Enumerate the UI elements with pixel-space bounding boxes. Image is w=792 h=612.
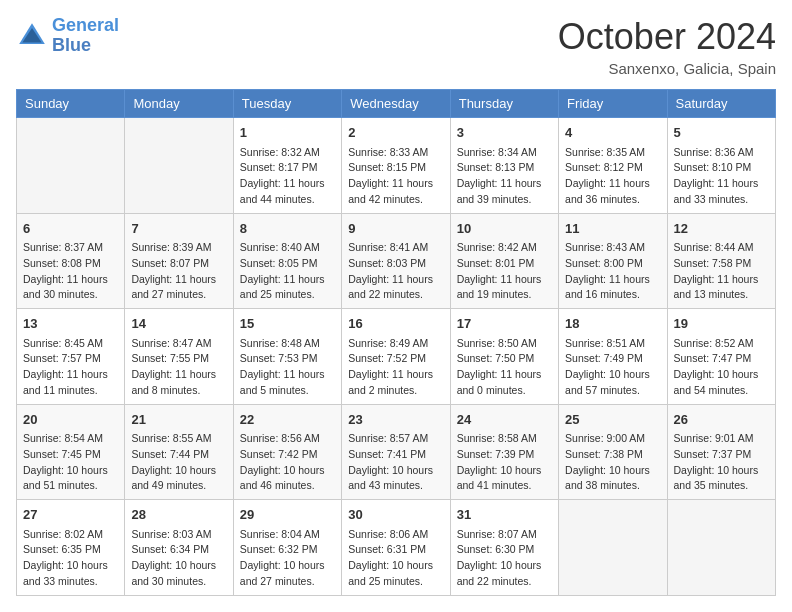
day-info: Sunrise: 8:43 AM	[565, 240, 660, 256]
day-number: 21	[131, 410, 226, 430]
day-info: Sunrise: 8:44 AM	[674, 240, 769, 256]
day-cell-17: 17Sunrise: 8:50 AMSunset: 7:50 PMDayligh…	[450, 309, 558, 405]
day-info: Sunset: 7:57 PM	[23, 351, 118, 367]
day-info: Daylight: 11 hours and 33 minutes.	[674, 176, 769, 208]
day-info: Sunrise: 8:48 AM	[240, 336, 335, 352]
day-info: Sunset: 6:34 PM	[131, 542, 226, 558]
day-cell-9: 9Sunrise: 8:41 AMSunset: 8:03 PMDaylight…	[342, 213, 450, 309]
day-number: 27	[23, 505, 118, 525]
day-number: 1	[240, 123, 335, 143]
day-info: Sunset: 7:47 PM	[674, 351, 769, 367]
day-info: Sunset: 6:35 PM	[23, 542, 118, 558]
day-cell-2: 2Sunrise: 8:33 AMSunset: 8:15 PMDaylight…	[342, 118, 450, 214]
day-info: Sunset: 8:03 PM	[348, 256, 443, 272]
day-info: Sunrise: 8:37 AM	[23, 240, 118, 256]
day-header-saturday: Saturday	[667, 90, 775, 118]
logo-icon	[16, 20, 48, 52]
day-info: Daylight: 10 hours and 30 minutes.	[131, 558, 226, 590]
day-cell-4: 4Sunrise: 8:35 AMSunset: 8:12 PMDaylight…	[559, 118, 667, 214]
header-row: SundayMondayTuesdayWednesdayThursdayFrid…	[17, 90, 776, 118]
day-info: Sunset: 8:17 PM	[240, 160, 335, 176]
day-info: Sunrise: 8:51 AM	[565, 336, 660, 352]
day-info: Sunrise: 8:40 AM	[240, 240, 335, 256]
day-info: Sunset: 7:37 PM	[674, 447, 769, 463]
day-info: Sunset: 8:08 PM	[23, 256, 118, 272]
day-cell-15: 15Sunrise: 8:48 AMSunset: 7:53 PMDayligh…	[233, 309, 341, 405]
day-info: Daylight: 10 hours and 22 minutes.	[457, 558, 552, 590]
day-cell-13: 13Sunrise: 8:45 AMSunset: 7:57 PMDayligh…	[17, 309, 125, 405]
week-row-1: 1Sunrise: 8:32 AMSunset: 8:17 PMDaylight…	[17, 118, 776, 214]
day-number: 22	[240, 410, 335, 430]
day-info: Sunrise: 8:03 AM	[131, 527, 226, 543]
day-number: 14	[131, 314, 226, 334]
day-info: Sunset: 8:07 PM	[131, 256, 226, 272]
day-cell-30: 30Sunrise: 8:06 AMSunset: 6:31 PMDayligh…	[342, 500, 450, 596]
day-info: Daylight: 11 hours and 36 minutes.	[565, 176, 660, 208]
week-row-4: 20Sunrise: 8:54 AMSunset: 7:45 PMDayligh…	[17, 404, 776, 500]
day-info: Sunset: 7:42 PM	[240, 447, 335, 463]
day-info: Daylight: 11 hours and 25 minutes.	[240, 272, 335, 304]
day-number: 3	[457, 123, 552, 143]
day-number: 16	[348, 314, 443, 334]
day-cell-31: 31Sunrise: 8:07 AMSunset: 6:30 PMDayligh…	[450, 500, 558, 596]
day-info: Sunset: 8:13 PM	[457, 160, 552, 176]
day-number: 17	[457, 314, 552, 334]
day-number: 10	[457, 219, 552, 239]
day-info: Sunrise: 8:47 AM	[131, 336, 226, 352]
day-info: Sunset: 7:58 PM	[674, 256, 769, 272]
day-info: Sunrise: 8:06 AM	[348, 527, 443, 543]
day-info: Sunrise: 8:58 AM	[457, 431, 552, 447]
week-row-3: 13Sunrise: 8:45 AMSunset: 7:57 PMDayligh…	[17, 309, 776, 405]
day-info: Daylight: 11 hours and 8 minutes.	[131, 367, 226, 399]
empty-cell	[125, 118, 233, 214]
day-info: Daylight: 11 hours and 30 minutes.	[23, 272, 118, 304]
day-cell-19: 19Sunrise: 8:52 AMSunset: 7:47 PMDayligh…	[667, 309, 775, 405]
day-number: 28	[131, 505, 226, 525]
title-block: October 2024 Sanxenxo, Galicia, Spain	[558, 16, 776, 77]
day-info: Sunrise: 8:52 AM	[674, 336, 769, 352]
day-info: Sunrise: 8:39 AM	[131, 240, 226, 256]
empty-cell	[17, 118, 125, 214]
day-info: Sunrise: 8:35 AM	[565, 145, 660, 161]
day-info: Sunrise: 8:56 AM	[240, 431, 335, 447]
day-info: Daylight: 11 hours and 2 minutes.	[348, 367, 443, 399]
day-number: 31	[457, 505, 552, 525]
day-cell-8: 8Sunrise: 8:40 AMSunset: 8:05 PMDaylight…	[233, 213, 341, 309]
day-header-wednesday: Wednesday	[342, 90, 450, 118]
day-info: Daylight: 11 hours and 13 minutes.	[674, 272, 769, 304]
day-info: Sunrise: 8:54 AM	[23, 431, 118, 447]
week-row-5: 27Sunrise: 8:02 AMSunset: 6:35 PMDayligh…	[17, 500, 776, 596]
day-info: Sunrise: 8:57 AM	[348, 431, 443, 447]
day-header-monday: Monday	[125, 90, 233, 118]
day-info: Daylight: 10 hours and 46 minutes.	[240, 463, 335, 495]
day-cell-23: 23Sunrise: 8:57 AMSunset: 7:41 PMDayligh…	[342, 404, 450, 500]
day-info: Sunrise: 9:00 AM	[565, 431, 660, 447]
day-number: 4	[565, 123, 660, 143]
empty-cell	[559, 500, 667, 596]
day-cell-25: 25Sunrise: 9:00 AMSunset: 7:38 PMDayligh…	[559, 404, 667, 500]
day-info: Sunrise: 8:41 AM	[348, 240, 443, 256]
day-info: Sunset: 7:49 PM	[565, 351, 660, 367]
day-number: 15	[240, 314, 335, 334]
day-info: Sunrise: 8:49 AM	[348, 336, 443, 352]
day-cell-21: 21Sunrise: 8:55 AMSunset: 7:44 PMDayligh…	[125, 404, 233, 500]
day-info: Sunrise: 8:32 AM	[240, 145, 335, 161]
day-number: 11	[565, 219, 660, 239]
logo-line2: Blue	[52, 35, 91, 55]
day-info: Sunset: 7:38 PM	[565, 447, 660, 463]
day-info: Sunrise: 8:45 AM	[23, 336, 118, 352]
day-info: Daylight: 10 hours and 57 minutes.	[565, 367, 660, 399]
day-info: Daylight: 10 hours and 54 minutes.	[674, 367, 769, 399]
day-info: Daylight: 10 hours and 49 minutes.	[131, 463, 226, 495]
day-info: Sunrise: 8:07 AM	[457, 527, 552, 543]
day-info: Daylight: 11 hours and 22 minutes.	[348, 272, 443, 304]
day-cell-24: 24Sunrise: 8:58 AMSunset: 7:39 PMDayligh…	[450, 404, 558, 500]
day-info: Daylight: 11 hours and 44 minutes.	[240, 176, 335, 208]
day-info: Sunset: 8:10 PM	[674, 160, 769, 176]
logo: General Blue	[16, 16, 119, 56]
day-number: 19	[674, 314, 769, 334]
day-number: 29	[240, 505, 335, 525]
day-info: Sunrise: 8:42 AM	[457, 240, 552, 256]
day-info: Sunset: 7:44 PM	[131, 447, 226, 463]
day-cell-26: 26Sunrise: 9:01 AMSunset: 7:37 PMDayligh…	[667, 404, 775, 500]
